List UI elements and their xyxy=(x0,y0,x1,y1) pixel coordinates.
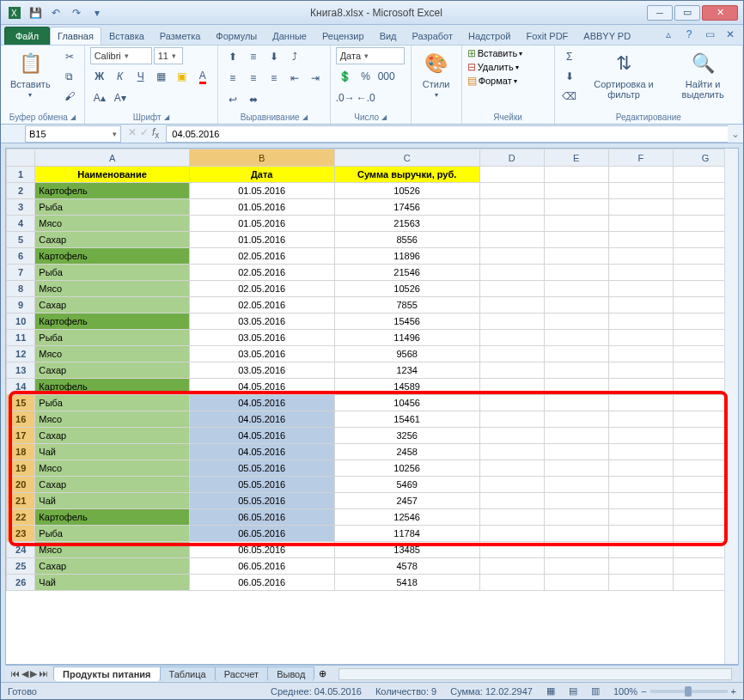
cell-empty[interactable] xyxy=(544,199,608,216)
undo-icon[interactable]: ↶ xyxy=(47,4,64,21)
cell-empty[interactable] xyxy=(479,411,544,428)
cell-date[interactable]: 06.05.2016 xyxy=(189,509,334,526)
view-normal-icon[interactable]: ▦ xyxy=(546,685,555,697)
sheet-nav-prev-icon[interactable]: ◀ xyxy=(21,668,28,679)
grow-font-icon[interactable]: A▴ xyxy=(90,88,109,107)
cell-name[interactable]: Мясо xyxy=(35,411,189,428)
row-header[interactable]: 6 xyxy=(7,248,35,265)
row-header[interactable]: 5 xyxy=(7,232,35,248)
increase-indent-icon[interactable]: ⇥ xyxy=(306,69,325,88)
cell-date[interactable]: 06.05.2016 xyxy=(189,542,334,558)
comma-icon[interactable]: 000 xyxy=(377,67,396,86)
cell-name[interactable]: Мясо xyxy=(35,460,189,477)
row-header[interactable]: 2 xyxy=(7,183,35,199)
cell-date[interactable]: 02.05.2016 xyxy=(189,265,334,281)
cell-empty[interactable] xyxy=(544,395,608,411)
merge-center-icon[interactable]: ⬌ xyxy=(244,90,263,109)
expand-formula-bar-icon[interactable]: ⌄ xyxy=(728,128,743,140)
cell-empty[interactable] xyxy=(479,199,544,216)
cell-empty[interactable] xyxy=(608,509,673,526)
cell-empty[interactable] xyxy=(608,493,673,509)
cells-insert-icon[interactable]: ⊞ xyxy=(467,47,476,59)
cell-sum[interactable]: 2458 xyxy=(334,444,479,460)
row-header[interactable]: 14 xyxy=(7,379,35,395)
cell-sum[interactable]: 13485 xyxy=(334,542,479,558)
cell-sum[interactable]: 10456 xyxy=(334,395,479,411)
copy-icon[interactable]: ⧉ xyxy=(60,67,79,86)
decrease-indent-icon[interactable]: ⇤ xyxy=(285,69,304,88)
cell-empty[interactable] xyxy=(479,346,544,362)
cell-date[interactable]: 03.05.2016 xyxy=(189,330,334,346)
new-sheet-icon[interactable]: ⊕ xyxy=(314,668,332,679)
cell-sum[interactable]: 1234 xyxy=(334,362,479,379)
cell-empty[interactable] xyxy=(608,444,673,460)
cell-empty[interactable] xyxy=(608,411,673,428)
cut-icon[interactable]: ✂ xyxy=(60,47,79,66)
cell-empty[interactable] xyxy=(544,216,608,232)
row-header[interactable]: 8 xyxy=(7,281,35,297)
cell-empty[interactable] xyxy=(608,232,673,248)
restore-workbook-icon[interactable]: ▭ xyxy=(702,27,717,42)
cell-date[interactable]: 05.05.2016 xyxy=(189,477,334,493)
cell-empty[interactable] xyxy=(608,542,673,558)
increase-decimal-icon[interactable]: .0→ xyxy=(336,88,355,107)
close-button[interactable]: ✕ xyxy=(702,5,738,21)
col-header-d[interactable]: D xyxy=(479,149,544,167)
cell-empty[interactable] xyxy=(544,313,608,330)
row-header[interactable]: 13 xyxy=(7,362,35,379)
cell-sum[interactable]: 12546 xyxy=(334,509,479,526)
zoom-in-icon[interactable]: + xyxy=(731,686,736,697)
vertical-scrollbar[interactable] xyxy=(724,149,738,664)
cell-empty[interactable] xyxy=(479,444,544,460)
cell-sum[interactable]: 15461 xyxy=(334,411,479,428)
find-select-button[interactable]: 🔍 Найти и выделить xyxy=(668,47,737,102)
cell-empty[interactable] xyxy=(479,248,544,265)
cell-name[interactable]: Сахар xyxy=(35,232,189,248)
row-header[interactable]: 19 xyxy=(7,460,35,477)
cell-empty[interactable] xyxy=(544,493,608,509)
col-header-b[interactable]: B xyxy=(189,149,334,167)
cell-empty[interactable] xyxy=(544,232,608,248)
align-middle-icon[interactable]: ≡ xyxy=(244,47,263,66)
help-icon[interactable]: ? xyxy=(681,27,697,42)
cell-date[interactable]: 05.05.2016 xyxy=(189,460,334,477)
tab-formulas[interactable]: Формулы xyxy=(208,27,265,45)
zoom-control[interactable]: 100% − + xyxy=(613,686,736,697)
cell-empty[interactable] xyxy=(608,330,673,346)
cell-empty[interactable] xyxy=(608,248,673,265)
cell-empty[interactable] xyxy=(544,346,608,362)
formula-input[interactable]: 04.05.2016 xyxy=(166,125,728,143)
decrease-decimal-icon[interactable]: ←.0 xyxy=(357,88,375,107)
cell-name[interactable]: Сахар xyxy=(35,297,189,313)
cell-sum[interactable]: 11896 xyxy=(334,248,479,265)
row-header[interactable]: 17 xyxy=(7,428,35,444)
cell-empty[interactable] xyxy=(479,428,544,444)
sheet-tab-1[interactable]: Продукты питания xyxy=(53,667,161,681)
col-header-a[interactable]: A xyxy=(35,149,189,167)
paste-button[interactable]: 📋 Вставить ▾ xyxy=(6,47,55,101)
cell-empty[interactable] xyxy=(479,542,544,558)
cell-sum[interactable]: 17456 xyxy=(334,199,479,216)
cell-name[interactable]: Картофель xyxy=(35,509,189,526)
wrap-text-icon[interactable]: ↩ xyxy=(223,90,242,109)
header-name[interactable]: Наименование xyxy=(35,167,189,183)
clear-icon[interactable]: ⌫ xyxy=(560,87,579,106)
fill-icon[interactable]: ⬇ xyxy=(560,67,579,86)
align-left-icon[interactable]: ≡ xyxy=(223,69,242,88)
close-workbook-icon[interactable]: ✕ xyxy=(723,27,738,42)
cell-empty[interactable] xyxy=(479,460,544,477)
cell-empty[interactable] xyxy=(479,183,544,199)
cell-empty[interactable] xyxy=(544,575,608,591)
cell-name[interactable]: Картофель xyxy=(35,313,189,330)
cancel-formula-icon[interactable]: ✕ xyxy=(128,126,137,140)
cell-date[interactable]: 04.05.2016 xyxy=(189,379,334,395)
cell-sum[interactable]: 5469 xyxy=(334,477,479,493)
cell-empty[interactable] xyxy=(479,379,544,395)
row-header[interactable]: 22 xyxy=(7,509,35,526)
cell-empty[interactable] xyxy=(544,248,608,265)
col-header-e[interactable]: E xyxy=(544,149,608,167)
cell-empty[interactable] xyxy=(608,575,673,591)
cell-sum[interactable]: 15456 xyxy=(334,313,479,330)
cell-date[interactable]: 02.05.2016 xyxy=(189,297,334,313)
cell-name[interactable]: Рыба xyxy=(35,199,189,216)
